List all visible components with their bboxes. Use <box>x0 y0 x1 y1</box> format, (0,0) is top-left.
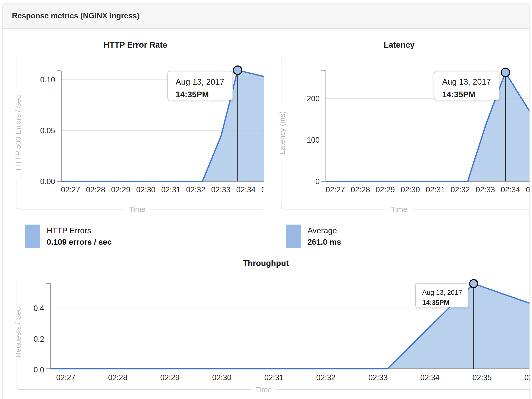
x-tick-clipped: 02:36 <box>524 373 530 382</box>
throughput-chart[interactable]: Throughput 0.4 0.2 0.0 02:27 02:28 02:29… <box>7 258 530 397</box>
hover-marker[interactable] <box>233 66 242 74</box>
x-tick: 02:30 <box>136 185 155 194</box>
legend-swatch <box>286 225 301 248</box>
tooltip-date: Aug 13, 2017 <box>422 289 462 296</box>
x-tick: 02:28 <box>86 185 105 194</box>
tooltip-time: 14:35PM <box>176 90 209 99</box>
x-tick: 02:27 <box>56 373 76 382</box>
x-tick: 02:28 <box>351 185 370 194</box>
y-label-rule-bottom <box>281 160 387 209</box>
y-tick: 0 <box>315 177 320 186</box>
y-tick: 0.4 <box>34 304 44 313</box>
x-tick: 02:31 <box>264 373 284 382</box>
tooltip: Aug 13, 2017 14:35PM <box>434 71 499 100</box>
x-tick: 02:34 <box>236 185 256 194</box>
x-tick: 02:33 <box>211 185 230 194</box>
chart-title: HTTP Error Rate <box>104 40 167 49</box>
x-tick: 02:35 <box>472 373 492 382</box>
hover-marker[interactable] <box>470 280 478 288</box>
tooltip-date: Aug 13, 2017 <box>176 77 224 86</box>
hover-marker[interactable] <box>501 68 510 77</box>
y-tick: 100 <box>307 136 320 144</box>
y-tick: 0.00 <box>40 177 55 186</box>
x-tick: 02:27 <box>61 185 80 194</box>
x-tick: 02:29 <box>160 373 180 382</box>
legend-swatch <box>25 225 40 248</box>
average-latency-legend: Average 261.0 ms <box>286 225 341 248</box>
x-tick: 02:28 <box>108 373 127 382</box>
y-tick: 200 <box>307 94 320 103</box>
x-axis-title: Time <box>256 386 272 394</box>
x-tick: 02:32 <box>451 185 470 194</box>
x-tick: 02:29 <box>111 185 130 194</box>
http-errors-legend: HTTP Errors 0.109 errors / sec <box>25 225 112 248</box>
legend-value: 0.109 errors / sec <box>47 236 112 248</box>
chart-title: Throughput <box>243 259 289 268</box>
y-axis-title: Requests / Sec <box>14 307 22 358</box>
x-tick: 02:33 <box>368 373 388 382</box>
panel-header: Response metrics (NGINX Ingress) <box>3 3 529 29</box>
legend-name: HTTP Errors <box>47 225 112 236</box>
y-tick: 0.10 <box>40 75 55 84</box>
x-tick-clipped: 02:35 <box>261 185 264 194</box>
tooltip-time: 14:35PM <box>422 299 450 306</box>
http-error-rate-chart[interactable]: HTTP Error Rate 0.10 0.05 0.00 02:27 02:… <box>7 35 264 216</box>
y-tick: 0.0 <box>34 366 44 374</box>
y-tick: 0.2 <box>34 335 44 343</box>
x-axis-title: Time <box>391 205 407 213</box>
legend-value: 261.0 ms <box>307 236 341 248</box>
tooltip-time: 14:35PM <box>442 90 475 99</box>
legend-name: Average <box>307 225 341 236</box>
y-tick: 0.05 <box>40 126 55 135</box>
x-tick: 02:34 <box>420 373 440 382</box>
y-label-rule-bottom <box>17 179 125 209</box>
x-tick: 02:33 <box>476 185 495 194</box>
x-tick-clipped: 02:35 <box>526 185 530 194</box>
x-tick: 02:30 <box>401 185 420 194</box>
y-axis-title: HTTP 500 Errors / Sec <box>14 95 22 170</box>
tooltip: Aug 13, 2017 14:35PM <box>168 71 233 100</box>
x-tick: 02:32 <box>316 373 336 382</box>
x-tick: 02:29 <box>376 185 395 194</box>
latency-chart[interactable]: Latency 200 100 0 02:27 02:28 02:29 02:3… <box>273 35 530 216</box>
tooltip-date: Aug 13, 2017 <box>442 77 491 86</box>
x-tick: 02:27 <box>326 185 345 194</box>
x-tick: 02:30 <box>212 373 231 382</box>
x-tick: 02:31 <box>161 185 181 194</box>
chart-title: Latency <box>384 40 415 49</box>
panel-title: Response metrics (NGINX Ingress) <box>3 11 139 20</box>
x-tick: 02:31 <box>426 185 445 194</box>
x-tick: 02:32 <box>186 185 205 194</box>
x-tick: 02:34 <box>501 185 520 194</box>
tooltip: Aug 13, 2017 14:35PM <box>416 283 468 307</box>
x-axis-title: Time <box>129 205 146 213</box>
y-axis-title: Latency (ms) <box>278 111 286 154</box>
